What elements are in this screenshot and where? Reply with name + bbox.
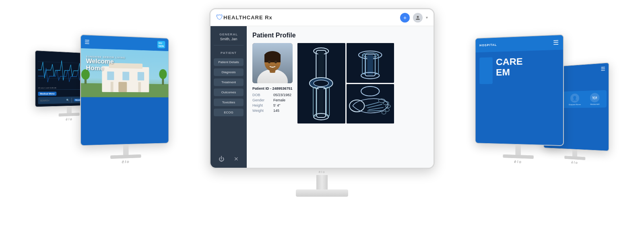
- ashley-nurse-item: 👤 Request Nurse: [566, 93, 584, 105]
- monitor-second-right: HOSPITAL ☰ CARE EM ēlo: [475, 34, 564, 168]
- sidebar-footer: ⏻ ✕: [211, 152, 247, 165]
- center-stand: ēlo: [296, 169, 348, 197]
- svg-rect-31: [367, 55, 373, 75]
- second-left-stand: ēlo: [110, 144, 141, 167]
- svg-rect-17: [138, 82, 141, 92]
- svg-rect-46: [347, 84, 394, 124]
- center-elo-brand: ēlo: [319, 169, 326, 175]
- sidebar-toxicities[interactable]: Toxicities: [214, 99, 244, 106]
- main-panel: Patient Profile: [247, 26, 433, 169]
- hospital-label: HOSPITAL: [479, 43, 497, 47]
- xray-full-leg: [297, 43, 345, 123]
- divider: |: [71, 97, 72, 103]
- sidebar-outcomes[interactable]: Outcomes: [214, 88, 244, 96]
- ss-bottom: [81, 97, 168, 132]
- svg-rect-16: [111, 82, 114, 92]
- svg-rect-15: [118, 82, 127, 93]
- app-bar-actions: + ▾: [400, 13, 428, 23]
- nurse-label: Request Nurse: [569, 103, 581, 105]
- far-left-stand: ēlo: [59, 106, 80, 123]
- sidebar: GENERAL Smith, Jan PATIENT Patient Detai…: [211, 26, 247, 169]
- patient-name-sidebar: Smith, Jan: [214, 37, 244, 45]
- ss-welcome-text: Welcome Home: [86, 58, 126, 72]
- app-bar: 🛡 HEALTHCARE Rx + ▾: [211, 9, 433, 26]
- field-height: Height 5' 4": [252, 103, 293, 107]
- nurse-icon[interactable]: 👤: [570, 93, 579, 103]
- search-icon: 🔍: [66, 99, 69, 101]
- dropdown-arrow: ▾: [426, 15, 428, 20]
- xray-grid: [297, 43, 394, 123]
- far-left-brand: ēlo: [66, 116, 73, 123]
- add-button[interactable]: +: [400, 13, 410, 23]
- sidebar-treatment[interactable]: Treatment: [214, 78, 244, 86]
- medical-menu-btn[interactable]: Medical Menu: [38, 92, 57, 96]
- svg-rect-14: [138, 72, 144, 80]
- center-stand-base: [296, 189, 348, 197]
- xray-knee-front: [347, 43, 394, 83]
- patient-photo: [252, 43, 293, 83]
- svg-rect-12: [107, 72, 114, 80]
- rm-menu-icon[interactable]: ☰: [553, 39, 559, 47]
- second-right-stand: ēlo: [503, 144, 533, 167]
- power-icon[interactable]: ⏻: [219, 156, 224, 162]
- section-general-label: GENERAL: [211, 31, 247, 37]
- far-right-stand: ēlo: [564, 149, 585, 167]
- monitor-frame-second-left: ☰ SUSEN: [80, 34, 169, 146]
- patient-info-table: DOB 05/23/1982 Gender Female Height: [252, 93, 293, 113]
- ss-menu-icon[interactable]: ☰: [85, 39, 89, 45]
- second-left-brand: ēlo: [122, 158, 130, 166]
- ss-logo: SUSEN: [157, 41, 165, 48]
- sidebar-ecog[interactable]: ECOG: [214, 109, 244, 116]
- ss-text-overlay: SUNSHINE SENIOR LIVING Welcome Home: [86, 56, 126, 72]
- svg-point-26: [275, 61, 277, 64]
- ashley-restaurant-item: 🍽 Restaurant: [586, 93, 604, 105]
- monitor-frame-second-right: HOSPITAL ☰ CARE EM: [475, 34, 564, 146]
- shield-icon: 🛡: [216, 13, 223, 22]
- svg-point-25: [268, 61, 270, 64]
- sidebar-diagnosis[interactable]: Diagnosis: [214, 68, 244, 76]
- svg-rect-42: [319, 88, 324, 116]
- patient-profile-title: Patient Profile: [252, 32, 428, 39]
- svg-rect-24: [264, 54, 281, 62]
- patient-id: Patient ID - 2489536751: [252, 86, 293, 91]
- field-dob: DOB 05/23/1982: [252, 93, 293, 97]
- app-body: GENERAL Smith, Jan PATIENT Patient Detai…: [211, 26, 433, 169]
- second-right-brand: ēlo: [514, 158, 522, 166]
- monitor-second-left: ☰ SUSEN: [80, 34, 169, 168]
- monitor-center: 🛡 HEALTHCARE Rx + ▾ GENER: [209, 8, 435, 197]
- patient-info-section: Patient ID - 2489536751 DOB 05/23/1982 G…: [252, 43, 293, 123]
- far-right-brand: ēlo: [571, 159, 578, 167]
- svg-rect-13: [122, 72, 129, 80]
- ss-hero-image: SUNSHINE SENIOR LIVING Welcome Home: [81, 48, 168, 97]
- patient-content: Patient ID - 2489536751 DOB 05/23/1982 G…: [252, 43, 428, 123]
- settings-icon[interactable]: ✕: [234, 156, 239, 162]
- ss-logo-box: SUSEN: [157, 41, 165, 48]
- ashley-menu-icon[interactable]: ☰: [601, 66, 605, 72]
- monitor-frame-center: 🛡 HEALTHCARE Rx + ▾ GENER: [209, 8, 435, 169]
- sidebar-patient-details[interactable]: Patient Details: [214, 58, 244, 66]
- restaurant-icon[interactable]: 🍽: [590, 93, 600, 103]
- svg-line-57: [367, 110, 382, 111]
- field-weight: Weight 145: [252, 109, 293, 113]
- field-gender: Gender Female: [252, 98, 293, 102]
- app-title: HEALTHCARE Rx: [223, 14, 400, 21]
- ecg-search-input[interactable]: [40, 99, 65, 102]
- scene: 15 m/s 1 m/V 0.05-35 Medical Menu Modes …: [0, 0, 644, 251]
- section-patient-label: PATIENT: [211, 49, 247, 57]
- restaurant-label: Restaurant: [590, 103, 599, 105]
- patient-avatar-svg: [252, 43, 293, 83]
- patient-details: Patient ID - 2489536751 DOB 05/23/1982 G…: [252, 86, 293, 114]
- svg-point-40: [314, 80, 328, 86]
- xray-foot: [347, 84, 394, 124]
- svg-point-18: [417, 16, 419, 18]
- ecg-info: 15 m/s 1 m/V 0.05-35: [38, 87, 56, 89]
- user-button[interactable]: [413, 13, 423, 23]
- center-stand-neck: [316, 175, 328, 189]
